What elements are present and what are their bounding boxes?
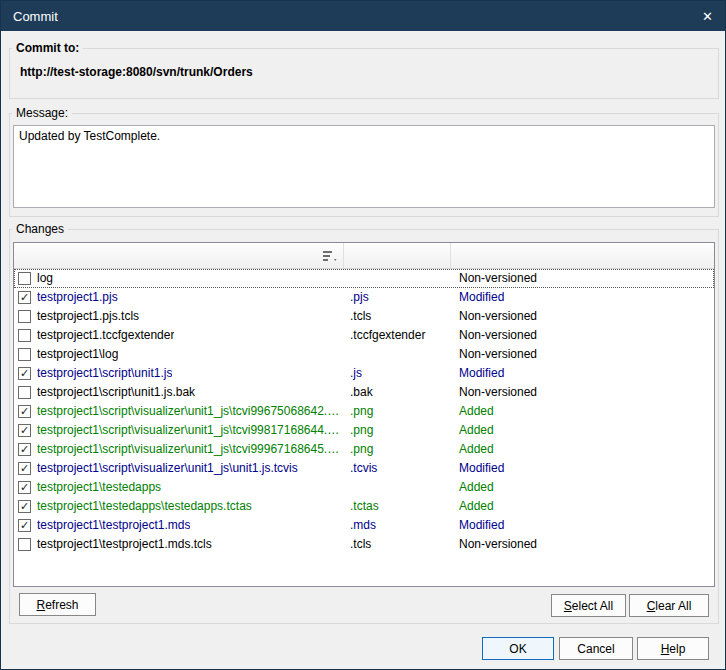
changes-group: Changes logNon-versioned✓testproject1.pj… — [9, 229, 719, 624]
file-cell: ✓testproject1\testedapps — [14, 478, 344, 497]
file-extension: .tcls — [344, 307, 451, 326]
file-extension — [344, 478, 451, 497]
message-group: Message: Updated by TestComplete. — [9, 113, 719, 217]
file-extension: .mds — [344, 516, 451, 535]
file-status: Non-versioned — [451, 535, 714, 554]
table-row[interactable]: ✓testproject1\script\visualizer\unit1_js… — [14, 459, 714, 478]
close-icon[interactable]: ✕ — [702, 10, 713, 23]
file-path: testproject1\testproject1.mds — [37, 516, 190, 535]
file-cell: testproject1.pjs.tcls — [14, 307, 344, 326]
refresh-button[interactable]: Refresh — [19, 593, 96, 616]
table-row[interactable]: ✓testproject1\script\visualizer\unit1_js… — [14, 402, 714, 421]
clear-all-button[interactable]: Clear All — [629, 594, 709, 617]
column-header-extension[interactable] — [344, 243, 451, 268]
file-extension — [344, 345, 451, 364]
table-row[interactable]: ✓testproject1\testedappsAdded — [14, 478, 714, 497]
row-checkbox-checked[interactable]: ✓ — [18, 405, 31, 418]
file-path: testproject1\script\unit1.js — [37, 364, 172, 383]
table-row[interactable]: testproject1\testproject1.mds.tcls.tclsN… — [14, 535, 714, 554]
file-status: Modified — [451, 364, 714, 383]
row-checkbox[interactable] — [18, 538, 31, 551]
row-checkbox[interactable] — [18, 348, 31, 361]
file-path: testproject1\script\visualizer\unit1_js\… — [37, 440, 344, 459]
table-row[interactable]: ✓testproject1\script\visualizer\unit1_js… — [14, 440, 714, 459]
help-button[interactable]: Help — [637, 637, 709, 660]
row-checkbox[interactable] — [18, 329, 31, 342]
commit-dialog: Commit ✕ Commit to: http://test-storage:… — [0, 0, 726, 670]
file-status: Non-versioned — [451, 307, 714, 326]
file-cell: ✓testproject1\testproject1.mds — [14, 516, 344, 535]
table-row[interactable]: ✓testproject1.pjs.pjsModified — [14, 288, 714, 307]
table-row[interactable]: ✓testproject1\script\visualizer\unit1_js… — [14, 421, 714, 440]
table-row[interactable]: testproject1\script\unit1.js.bak.bakNon-… — [14, 383, 714, 402]
file-path: testproject1\script\visualizer\unit1_js\… — [37, 402, 344, 421]
file-status: Modified — [451, 516, 714, 535]
file-status: Non-versioned — [451, 326, 714, 345]
file-cell: ✓testproject1\script\visualizer\unit1_js… — [14, 459, 344, 478]
table-row[interactable]: ✓testproject1\testproject1.mds.mdsModifi… — [14, 516, 714, 535]
file-extension: .tcvis — [344, 459, 451, 478]
row-checkbox-checked[interactable]: ✓ — [18, 443, 31, 456]
commit-to-group: Commit to: http://test-storage:8080/svn/… — [9, 48, 719, 99]
window-title: Commit — [13, 9, 58, 24]
row-checkbox-checked[interactable]: ✓ — [18, 367, 31, 380]
file-path: testproject1.pjs — [37, 288, 118, 307]
row-checkbox-checked[interactable]: ✓ — [18, 481, 31, 494]
file-status: Non-versioned — [451, 383, 714, 402]
cancel-button[interactable]: Cancel — [559, 637, 633, 660]
file-status: Added — [451, 440, 714, 459]
table-row[interactable]: testproject1.tccfgextender.tccfgextender… — [14, 326, 714, 345]
file-extension: .tcls — [344, 535, 451, 554]
message-input[interactable]: Updated by TestComplete. — [13, 125, 715, 208]
row-checkbox-checked[interactable]: ✓ — [18, 500, 31, 513]
file-path: testproject1\testproject1.mds.tcls — [37, 535, 212, 554]
file-status: Added — [451, 478, 714, 497]
file-cell: testproject1\testproject1.mds.tcls — [14, 535, 344, 554]
file-extension: .bak — [344, 383, 451, 402]
column-header-status[interactable] — [451, 243, 714, 268]
file-status: Non-versioned — [451, 269, 714, 288]
row-checkbox-checked[interactable]: ✓ — [18, 462, 31, 475]
row-checkbox-checked[interactable]: ✓ — [18, 424, 31, 437]
file-path: testproject1\log — [37, 345, 118, 364]
changes-table: logNon-versioned✓testproject1.pjs.pjsMod… — [13, 242, 715, 587]
file-cell: ✓testproject1\script\unit1.js — [14, 364, 344, 383]
row-checkbox-checked[interactable]: ✓ — [18, 291, 31, 304]
column-header-file[interactable] — [14, 243, 344, 268]
file-extension: .tccfgextender — [344, 326, 451, 345]
file-extension: .png — [344, 421, 451, 440]
file-cell: ✓testproject1\script\visualizer\unit1_js… — [14, 421, 344, 440]
row-checkbox[interactable] — [18, 310, 31, 323]
file-status: Added — [451, 497, 714, 516]
table-row[interactable]: ✓testproject1\testedapps\testedapps.tcta… — [14, 497, 714, 516]
file-status: Non-versioned — [451, 345, 714, 364]
table-row[interactable]: testproject1.pjs.tcls.tclsNon-versioned — [14, 307, 714, 326]
row-checkbox-checked[interactable]: ✓ — [18, 519, 31, 532]
file-extension — [344, 269, 451, 288]
titlebar: Commit ✕ — [1, 1, 725, 31]
ok-button[interactable]: OK — [482, 637, 554, 660]
file-extension: .js — [344, 364, 451, 383]
file-status: Modified — [451, 288, 714, 307]
table-row[interactable]: testproject1\logNon-versioned — [14, 345, 714, 364]
table-header — [14, 243, 714, 269]
file-cell: ✓testproject1.pjs — [14, 288, 344, 307]
commit-to-label: Commit to: — [12, 41, 83, 55]
file-status: Added — [451, 402, 714, 421]
select-all-button[interactable]: Select All — [551, 594, 626, 617]
table-row[interactable]: logNon-versioned — [14, 269, 714, 288]
file-path: log — [37, 269, 53, 288]
row-checkbox[interactable] — [18, 386, 31, 399]
file-cell: testproject1.tccfgextender — [14, 326, 344, 345]
file-extension: .png — [344, 440, 451, 459]
row-checkbox[interactable] — [18, 272, 31, 285]
file-extension: .tctas — [344, 497, 451, 516]
sort-icon — [323, 251, 337, 261]
table-row[interactable]: ✓testproject1\script\unit1.js.jsModified — [14, 364, 714, 383]
file-cell: ✓testproject1\testedapps\testedapps.tcta… — [14, 497, 344, 516]
file-cell: ✓testproject1\script\visualizer\unit1_js… — [14, 440, 344, 459]
file-path: testproject1\testedapps — [37, 478, 161, 497]
changes-label: Changes — [12, 222, 68, 236]
repository-url: http://test-storage:8080/svn/trunk/Order… — [20, 65, 253, 79]
file-path: testproject1.pjs.tcls — [37, 307, 139, 326]
